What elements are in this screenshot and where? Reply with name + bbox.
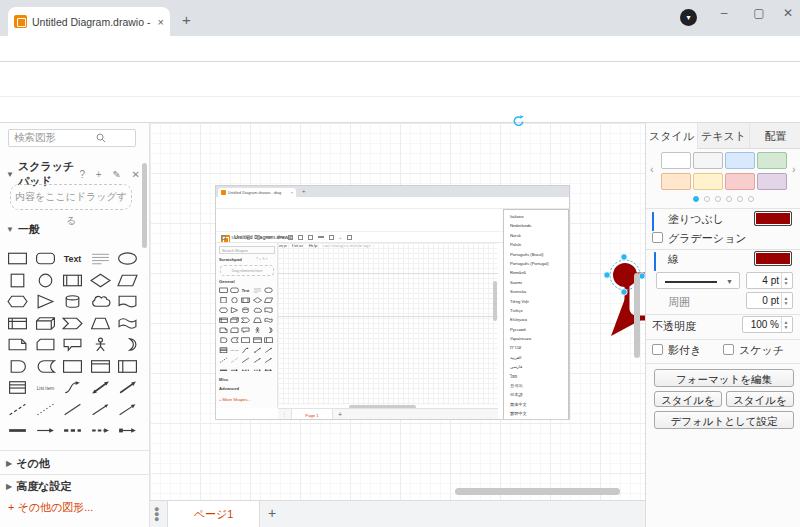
preset-page-dot[interactable]: [726, 196, 732, 202]
shape-dashed-line[interactable]: [4, 399, 32, 421]
shape-cloud[interactable]: [87, 291, 115, 313]
shape-bold-dashed-link[interactable]: [59, 420, 87, 442]
advanced-section-header[interactable]: ▶ 高度な設定: [6, 479, 71, 494]
shape-ellipse[interactable]: [114, 248, 142, 270]
style-preset-6[interactable]: [725, 173, 755, 190]
canvas-horizontal-scrollbar[interactable]: [455, 488, 620, 495]
shape-circle[interactable]: [32, 270, 60, 292]
shape-hexagon[interactable]: [4, 291, 32, 313]
shape-search-input[interactable]: 検索図形: [8, 129, 136, 147]
line-width-input[interactable]: 4 pt ▲▼: [746, 272, 793, 289]
close-tab-icon[interactable]: ×: [158, 16, 164, 28]
shape-actor[interactable]: [87, 334, 115, 356]
shape-connector-arrow[interactable]: [114, 420, 142, 442]
shape-document[interactable]: [114, 291, 142, 313]
shape-rectangle[interactable]: [4, 248, 32, 270]
page-tab[interactable]: ページ1: [167, 501, 260, 527]
paste-style-button[interactable]: スタイルを貼...: [726, 391, 794, 407]
preset-page-dot[interactable]: [715, 196, 721, 202]
stepper-icons[interactable]: ▲▼: [781, 293, 790, 308]
shape-arrow-line[interactable]: [87, 399, 115, 421]
sketch-checkbox[interactable]: [723, 344, 734, 355]
shape-cube[interactable]: [32, 313, 60, 335]
preset-page-dot[interactable]: [748, 196, 754, 202]
opacity-input[interactable]: 100 % ▲▼: [742, 316, 793, 333]
general-section-header[interactable]: ▼ 一般: [6, 222, 40, 237]
scratchpad-dropzone[interactable]: 内容をここにドラッグする: [10, 184, 132, 210]
style-preset-3[interactable]: [757, 152, 787, 169]
preset-pagination-dots[interactable]: [646, 196, 800, 202]
shape-trapezoid[interactable]: [87, 313, 115, 335]
new-tab-button[interactable]: +: [182, 11, 191, 28]
preset-page-dot[interactable]: [737, 196, 743, 202]
diagram-canvas[interactable]: Untitled Diagram.drawio - diag × + ← → ⟳…: [150, 123, 645, 500]
maximize-button[interactable]: ▢: [749, 6, 769, 20]
shape-sidebar-container[interactable]: [114, 356, 142, 378]
rotate-handle-icon[interactable]: [511, 114, 526, 129]
shape-callout[interactable]: [59, 334, 87, 356]
shape-container[interactable]: [59, 356, 87, 378]
shape-curve[interactable]: [59, 377, 87, 399]
fill-color-swatch[interactable]: [754, 211, 792, 226]
stepper-icons[interactable]: ▲▼: [781, 273, 790, 288]
misc-section-header[interactable]: ▶ その他: [6, 456, 50, 471]
close-window-button[interactable]: ✕: [778, 6, 798, 20]
shape-step[interactable]: [59, 313, 87, 335]
shape-textbox[interactable]: [87, 248, 115, 270]
style-preset-7[interactable]: [757, 173, 787, 190]
shape-bidirectional-arrow[interactable]: [87, 377, 115, 399]
preset-page-dot[interactable]: [704, 196, 710, 202]
shape-directional-arrow[interactable]: [114, 399, 142, 421]
style-preset-5[interactable]: [693, 173, 723, 190]
pages-menu-icon[interactable]: ●●●: [154, 507, 159, 522]
canvas-vertical-scrollbar[interactable]: [634, 273, 640, 358]
style-preset-4[interactable]: [661, 173, 691, 190]
gradient-checkbox[interactable]: [652, 232, 663, 243]
shape-link[interactable]: [4, 420, 32, 442]
shape-diagonal-arrow[interactable]: [114, 377, 142, 399]
shape-and[interactable]: [4, 356, 32, 378]
shape-card[interactable]: [32, 334, 60, 356]
shape-text[interactable]: Text: [59, 248, 87, 270]
fill-checkbox[interactable]: [652, 212, 654, 231]
shape-diamond[interactable]: [87, 270, 115, 292]
set-default-button[interactable]: デフォルトとして設定: [654, 411, 794, 429]
add-page-button[interactable]: +: [268, 505, 276, 521]
shape-or[interactable]: [114, 334, 142, 356]
line-checkbox[interactable]: [654, 252, 656, 271]
presets-prev-icon[interactable]: ‹: [650, 163, 654, 175]
more-shapes-link[interactable]: + その他の図形...: [8, 500, 93, 515]
shape-cylinder[interactable]: [59, 291, 87, 313]
shape-tape[interactable]: [114, 313, 142, 335]
copy-style-button[interactable]: スタイルをコ...: [654, 391, 722, 407]
stepper-icons[interactable]: ▲▼: [781, 317, 790, 332]
shape-dashed-arrow-link[interactable]: [87, 420, 115, 442]
edit-format-button[interactable]: フォーマットを編集: [654, 369, 794, 387]
line-style-dropdown[interactable]: ▼: [656, 272, 740, 289]
shape-list[interactable]: [4, 377, 32, 399]
shape-titled-container[interactable]: [87, 356, 115, 378]
shadow-checkbox[interactable]: [652, 344, 663, 355]
tab-text[interactable]: テキスト: [698, 123, 750, 149]
perimeter-input[interactable]: 0 pt ▲▼: [746, 292, 793, 309]
sidebar-scrollbar[interactable]: [142, 163, 147, 248]
shape-internal-storage[interactable]: [4, 313, 32, 335]
shape-note[interactable]: [4, 334, 32, 356]
shape-triangle[interactable]: [32, 291, 60, 313]
style-preset-0[interactable]: [661, 152, 691, 169]
shape-square[interactable]: [4, 270, 32, 292]
nested-screenshot-image[interactable]: Untitled Diagram.drawio - diag × + ← → ⟳…: [215, 185, 570, 420]
browser-tab[interactable]: Untitled Diagram.drawio - diagra ×: [8, 7, 170, 36]
preset-page-dot[interactable]: [693, 196, 699, 202]
shape-thin-line[interactable]: [59, 399, 87, 421]
shape-data-storage[interactable]: [32, 356, 60, 378]
shape-parallelogram[interactable]: [114, 270, 142, 292]
scratchpad-action-icons[interactable]: ? + ✎ ✕: [80, 169, 145, 180]
minimize-button[interactable]: –: [714, 6, 734, 20]
style-preset-1[interactable]: [693, 152, 723, 169]
shape-dotted-line[interactable]: [32, 399, 60, 421]
shape-list-item[interactable]: List item: [32, 377, 60, 399]
search-tabs-icon[interactable]: ▾: [680, 9, 697, 26]
tab-style[interactable]: スタイル: [646, 123, 698, 149]
line-color-swatch[interactable]: [754, 251, 792, 266]
